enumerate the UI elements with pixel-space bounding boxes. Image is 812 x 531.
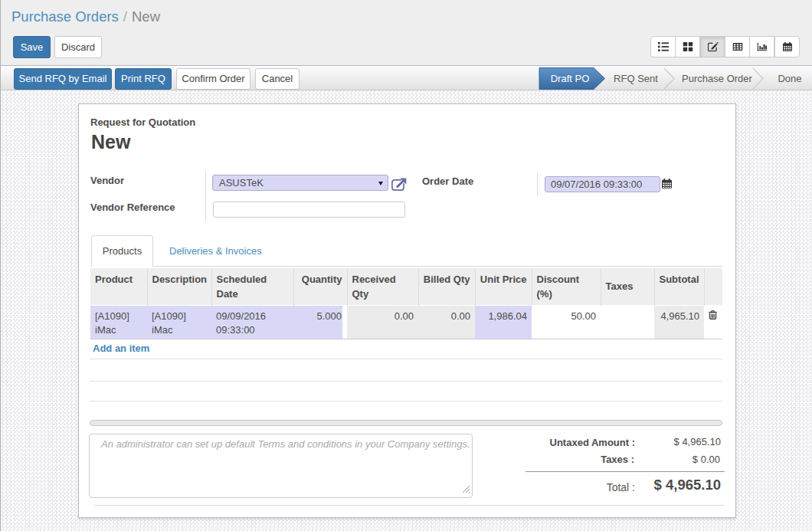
svg-text:Draft PO: Draft PO bbox=[551, 73, 590, 84]
svg-text:RFQ Sent: RFQ Sent bbox=[614, 73, 658, 84]
svg-text:Purchase Order: Purchase Order bbox=[682, 73, 752, 84]
svg-text:Done: Done bbox=[778, 73, 801, 84]
